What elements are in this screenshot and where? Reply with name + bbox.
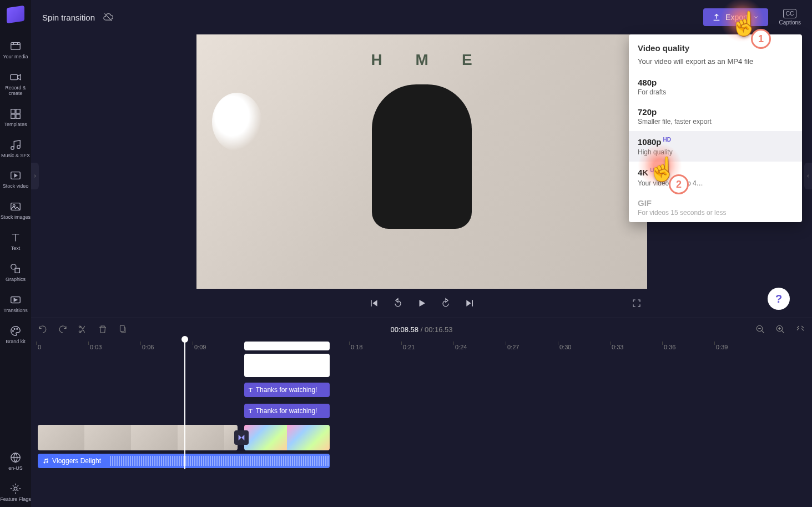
clip-overlay[interactable] <box>244 354 330 377</box>
skip-start-icon[interactable] <box>368 298 379 309</box>
total-time: 00:16.53 <box>425 325 453 334</box>
cloud-sync-icon[interactable] <box>103 12 114 23</box>
track-audio[interactable]: Vloggers Delight <box>38 454 812 469</box>
timeline-panel: 00:08.58 / 00:16.53 0 0:03 0:06 0:09 0:1… <box>31 318 812 507</box>
chevron-right-icon <box>32 173 38 179</box>
svg-rect-5 <box>16 114 20 118</box>
fullscreen-icon[interactable] <box>632 298 642 308</box>
sidebar-graphics[interactable]: Graphics <box>0 258 31 287</box>
svg-rect-4 <box>11 114 15 118</box>
sidebar-label: Transitions <box>3 308 28 314</box>
export-button[interactable]: Export <box>703 8 768 26</box>
text-clip-2[interactable]: T Thanks for watching! <box>244 404 330 418</box>
sidebar-stock-video[interactable]: Stock video <box>0 165 31 194</box>
delete-icon[interactable] <box>98 324 108 334</box>
timeline-toolbar: 00:08.58 / 00:16.53 <box>31 318 812 340</box>
help-button[interactable]: ? <box>768 288 790 310</box>
timeline-ruler[interactable]: 0 0:03 0:06 0:09 0:12 0:15 0:18 0:21 0:2… <box>31 340 812 354</box>
popup-heading: Video quality <box>629 34 802 57</box>
sidebar-label: Stock images <box>1 215 31 220</box>
sidebar-label: Templates <box>4 122 27 128</box>
export-option-480p[interactable]: 480p For drafts <box>629 72 802 102</box>
track-overlay[interactable] <box>38 354 812 380</box>
svg-rect-0 <box>11 43 21 50</box>
popup-subtitle: Your video will export as an MP4 file <box>629 57 802 72</box>
video-preview[interactable]: H M E <box>196 34 647 289</box>
export-option-gif[interactable]: GIF For videos 15 seconds or less <box>629 193 802 222</box>
svg-point-16 <box>14 487 17 490</box>
zoom-fit-icon[interactable] <box>795 324 805 334</box>
svg-rect-17 <box>120 325 125 332</box>
preview-area: H M E Video quality Your video will expo… <box>31 34 812 318</box>
captions-label: Captions <box>779 19 801 26</box>
sidebar-text[interactable]: Text <box>0 227 31 256</box>
sidebar-label: Stock video <box>3 184 29 189</box>
audio-clip[interactable]: Vloggers Delight <box>38 454 330 468</box>
text-t-icon: T <box>249 408 253 414</box>
left-panel-expand[interactable] <box>31 163 39 189</box>
skip-end-icon[interactable] <box>465 298 476 309</box>
left-sidebar: Your media Record & create Templates Mus… <box>0 0 31 507</box>
export-label: Export <box>725 13 748 22</box>
track-video[interactable] <box>38 425 812 451</box>
split-icon[interactable] <box>78 324 88 334</box>
text-clip-1[interactable]: T Thanks for watching! <box>244 383 330 397</box>
sidebar-label: en-US <box>8 466 23 471</box>
svg-point-13 <box>14 328 15 329</box>
captions-button[interactable]: CC Captions <box>779 9 801 26</box>
cc-icon: CC <box>783 9 796 18</box>
sidebar-stock-images[interactable]: Stock images <box>0 196 31 225</box>
text-clip-label: Thanks for watching! <box>256 407 317 415</box>
zoom-out-icon[interactable] <box>755 324 765 334</box>
transition-icon <box>237 433 246 442</box>
sidebar-locale[interactable]: en-US <box>0 447 31 476</box>
sidebar-label: Your media <box>3 54 28 60</box>
text-clip-label: Thanks for watching! <box>256 386 317 394</box>
export-option-1080p[interactable]: 1080pHD High quality <box>629 131 802 162</box>
image-icon <box>9 200 22 213</box>
rewind-icon[interactable] <box>392 298 404 309</box>
audio-clip-label: Vloggers Delight <box>52 457 101 465</box>
duplicate-icon[interactable] <box>118 324 128 334</box>
play-icon[interactable] <box>417 298 427 308</box>
playhead[interactable] <box>184 340 185 469</box>
sidebar-transitions[interactable]: Transitions <box>0 289 31 318</box>
svg-rect-3 <box>16 109 20 113</box>
sidebar-label: Text <box>11 246 21 252</box>
video-clip-holo[interactable] <box>244 425 330 450</box>
sidebar-record[interactable]: Record & create <box>0 67 31 101</box>
export-option-720p[interactable]: 720p Smaller file, faster export <box>629 102 802 131</box>
sidebar-templates[interactable]: Templates <box>0 103 31 132</box>
sidebar-label: Music & SFX <box>1 153 30 159</box>
right-panel-expand[interactable] <box>804 163 812 189</box>
export-option-4k[interactable]: 4KUHD Your video has no 4… <box>629 162 802 192</box>
sidebar-brand-kit[interactable]: Brand kit <box>0 320 31 349</box>
sidebar-feature-flags[interactable]: Feature Flags <box>0 478 31 507</box>
upload-icon <box>712 13 721 22</box>
graphics-icon <box>9 263 22 275</box>
project-title[interactable]: Spin transition <box>42 13 95 22</box>
svg-rect-2 <box>11 109 15 113</box>
svg-point-12 <box>13 330 14 332</box>
forward-icon[interactable] <box>440 298 451 309</box>
track-text-1[interactable]: T Thanks for watching! <box>38 383 812 401</box>
video-clip-main[interactable] <box>38 425 238 450</box>
text-t-icon: T <box>249 386 253 393</box>
transition-marker[interactable] <box>234 430 249 445</box>
sidebar-label: Record & create <box>0 86 31 97</box>
stock-video-icon <box>9 169 22 182</box>
redo-icon[interactable] <box>58 324 68 334</box>
clip-overlay-thin[interactable] <box>244 342 330 350</box>
svg-point-14 <box>17 328 18 329</box>
globe-icon <box>9 451 22 464</box>
templates-icon <box>9 108 22 120</box>
playback-controls <box>196 289 647 318</box>
transitions-icon <box>9 294 22 306</box>
zoom-in-icon[interactable] <box>775 324 785 334</box>
undo-icon[interactable] <box>38 324 48 334</box>
sidebar-your-media[interactable]: Your media <box>0 36 31 64</box>
current-time: 00:08.58 <box>390 325 418 334</box>
music-icon <box>9 139 22 151</box>
sidebar-music[interactable]: Music & SFX <box>0 134 31 163</box>
track-text-2[interactable]: T Thanks for watching! <box>38 404 812 423</box>
